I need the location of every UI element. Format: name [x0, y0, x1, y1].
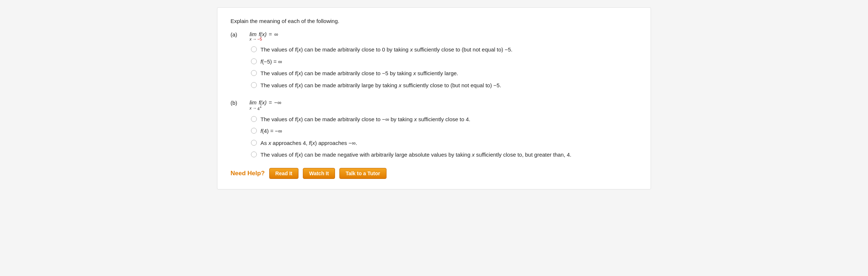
option-text-b-1: The values of f(x) can be made arbitrari… — [260, 115, 470, 124]
inf-b: −∞ — [274, 100, 281, 105]
subscript-val-b: 4+ — [258, 106, 262, 111]
option-text-a-3: The values of f(x) can be made arbitrari… — [260, 69, 458, 78]
section-b-math: lim f(x) = −∞ x → 4+ — [250, 100, 281, 111]
radio-a-4[interactable] — [251, 82, 257, 88]
fx-a: f(x) — [259, 31, 267, 37]
option-a-1: The values of f(x) can be made arbitrari… — [251, 46, 637, 54]
options-b: The values of f(x) can be made arbitrari… — [251, 115, 637, 159]
section-a-header: (a) lim f(x) = ∞ x → −5 — [231, 31, 637, 41]
subscript-x-b: x → — [250, 106, 257, 110]
eq-b: = — [269, 100, 272, 105]
option-b-2: f(4) = −∞ — [251, 127, 637, 135]
option-text-b-2: f(4) = −∞ — [260, 127, 282, 135]
subscript-val-a: −5 — [258, 37, 262, 41]
need-help-row: Need Help? Read It Watch It Talk to a Tu… — [231, 168, 637, 179]
intro-text: Explain the meaning of each of the follo… — [231, 18, 637, 24]
section-b-label: (b) — [231, 100, 245, 106]
subscript-a: x → −5 — [250, 37, 262, 41]
option-b-1: The values of f(x) can be made arbitrari… — [251, 115, 637, 124]
radio-b-2[interactable] — [251, 128, 257, 134]
talk-to-tutor-button[interactable]: Talk to a Tutor — [339, 168, 386, 179]
option-text-a-4: The values of f(x) can be made arbitrari… — [260, 81, 501, 90]
eq-a: = — [269, 31, 272, 37]
option-text-a-2: f(−5) = ∞ — [260, 58, 282, 66]
option-text-b-4: The values of f(x) can be made negative … — [260, 151, 571, 159]
subscript-x-a: x → — [250, 37, 257, 41]
option-text-b-3: As x approaches 4, f(x) approaches −∞. — [260, 139, 357, 147]
option-b-4: The values of f(x) can be made negative … — [251, 151, 637, 159]
option-a-3: The values of f(x) can be made arbitrari… — [251, 69, 637, 78]
radio-b-1[interactable] — [251, 116, 257, 122]
need-help-label: Need Help? — [231, 170, 265, 177]
radio-a-3[interactable] — [251, 70, 257, 76]
section-a-math: lim f(x) = ∞ x → −5 — [250, 31, 278, 41]
option-b-3: As x approaches 4, f(x) approaches −∞. — [251, 139, 637, 147]
options-a: The values of f(x) can be made arbitrari… — [251, 46, 637, 89]
section-b-header: (b) lim f(x) = −∞ x → 4+ — [231, 100, 637, 111]
option-a-4: The values of f(x) can be made arbitrari… — [251, 81, 637, 90]
read-it-button[interactable]: Read It — [269, 168, 299, 179]
main-container: Explain the meaning of each of the follo… — [217, 7, 651, 189]
radio-a-1[interactable] — [251, 46, 257, 52]
radio-b-3[interactable] — [251, 140, 257, 146]
subscript-b: x → 4+ — [250, 106, 262, 111]
lim-a: lim — [250, 31, 256, 37]
radio-b-4[interactable] — [251, 152, 257, 157]
section-a: (a) lim f(x) = ∞ x → −5 The values of f(… — [231, 31, 637, 89]
watch-it-button[interactable]: Watch It — [303, 168, 335, 179]
section-a-label: (a) — [231, 31, 245, 38]
lim-b: lim — [250, 100, 256, 105]
inf-a: ∞ — [274, 31, 278, 37]
fx-b: f(x) — [259, 100, 267, 105]
radio-a-2[interactable] — [251, 58, 257, 64]
section-b: (b) lim f(x) = −∞ x → 4+ The values of f… — [231, 100, 637, 159]
option-text-a-1: The values of f(x) can be made arbitrari… — [260, 46, 513, 54]
option-a-2: f(−5) = ∞ — [251, 58, 637, 66]
